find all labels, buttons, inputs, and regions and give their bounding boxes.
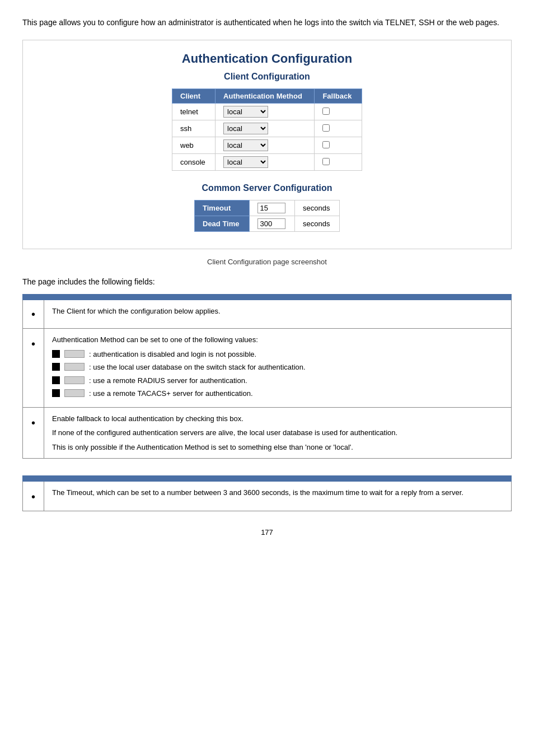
auth-method-ssh[interactable]: local <box>216 120 315 137</box>
fallback-checkbox-web[interactable] <box>322 141 330 148</box>
auth-method-main-text: Authentication Method can be set to one … <box>52 335 258 344</box>
config-main-title: Authentication Configuration <box>40 52 494 66</box>
bullet-cell: • <box>23 300 44 329</box>
list-item: : use the local user database on the swi… <box>52 362 503 373</box>
table-header-row <box>23 295 512 300</box>
fallback-console[interactable] <box>315 154 362 171</box>
fallback-telnet[interactable] <box>315 104 362 120</box>
client-section-title: Client Configuration <box>40 72 494 82</box>
col-header-auth-method: Authentication Method <box>216 89 315 104</box>
timeout-input[interactable] <box>257 203 285 213</box>
table-row: • Enable fallback to local authenticatio… <box>23 407 512 459</box>
timeout-row: Timeout seconds <box>195 200 340 216</box>
table-row: web local <box>172 137 362 154</box>
square-bullet-icon <box>52 376 60 384</box>
fallback-checkbox-ssh[interactable] <box>322 124 330 132</box>
fallback-line3: This is only possible if the Authenticat… <box>52 442 503 453</box>
timeout-label: Timeout <box>195 200 250 216</box>
col-header-client: Client <box>172 89 216 104</box>
option-color-box <box>64 376 85 384</box>
square-bullet-icon <box>52 350 60 358</box>
client-name-console: console <box>172 154 216 171</box>
deadtime-value-cell[interactable] <box>249 216 295 232</box>
client-name-web: web <box>172 137 216 154</box>
auth-method-select-telnet[interactable]: local <box>223 106 268 118</box>
square-bullet-icon <box>52 363 60 371</box>
bullet-cell: • <box>23 407 44 459</box>
option-radius-text: : use a remote RADIUS server for authent… <box>89 375 247 386</box>
table-header-row <box>23 476 512 482</box>
auth-method-console[interactable]: local <box>216 154 315 171</box>
fallback-web[interactable] <box>315 137 362 154</box>
auth-method-select-web[interactable]: local <box>223 139 268 151</box>
fallback-checkbox-console[interactable] <box>322 158 330 165</box>
fallback-line2: If none of the configured authentication… <box>52 427 503 438</box>
intro-paragraph: This page allows you to configure how an… <box>22 17 512 29</box>
header-col1 <box>23 476 44 482</box>
bullet-cell: • <box>23 329 44 408</box>
option-tacacs-text: : use a remote TACACS+ server for authen… <box>89 388 253 399</box>
server-config-section: Common Server Configuration Timeout seco… <box>40 183 494 232</box>
client-description: The Client for which the configuration b… <box>44 300 512 329</box>
deadtime-input[interactable] <box>257 218 285 229</box>
fields-intro-text: The page includes the following fields: <box>22 277 512 286</box>
list-item: : use a remote TACACS+ server for authen… <box>52 388 503 399</box>
table-row: • The Timeout, which can be set to a num… <box>23 482 512 511</box>
server-fields-description-table: • The Timeout, which can be set to a num… <box>22 475 512 511</box>
auth-method-web[interactable]: local <box>216 137 315 154</box>
timeout-value-cell[interactable] <box>249 200 295 216</box>
option-none-text: : authentication is disabled and login i… <box>89 349 256 360</box>
deadtime-unit: seconds <box>295 216 340 232</box>
table-row: ssh local <box>172 120 362 137</box>
page-number: 177 <box>22 528 512 536</box>
option-color-box <box>64 389 85 397</box>
client-name-telnet: telnet <box>172 104 216 120</box>
table-row: • The Client for which the configuration… <box>23 300 512 329</box>
table-row: console local <box>172 154 362 171</box>
list-item: : use a remote RADIUS server for authent… <box>52 375 503 386</box>
option-color-box <box>64 363 85 371</box>
fallback-checkbox-telnet[interactable] <box>322 108 330 115</box>
timeout-unit: seconds <box>295 200 340 216</box>
timeout-description: The Timeout, which can be set to a numbe… <box>44 482 512 511</box>
client-config-table: Client Authentication Method Fallback te… <box>172 88 362 171</box>
auth-method-select-ssh[interactable]: local <box>223 123 268 134</box>
auth-method-telnet[interactable]: local <box>216 104 315 120</box>
timeout-line1: The Timeout, which can be set to a numbe… <box>52 487 503 498</box>
auth-method-description: Authentication Method can be set to one … <box>44 329 512 408</box>
auth-method-select-console[interactable]: local <box>223 156 268 168</box>
header-col2 <box>44 476 512 482</box>
table-row: telnet local <box>172 104 362 120</box>
header-col2 <box>44 295 512 300</box>
deadtime-label: Dead Time <box>195 216 250 232</box>
auth-method-sub-list: : authentication is disabled and login i… <box>52 349 503 399</box>
option-local-text: : use the local user database on the swi… <box>89 362 306 373</box>
bullet-cell: • <box>23 482 44 511</box>
list-item: : authentication is disabled and login i… <box>52 349 503 360</box>
server-section-title: Common Server Configuration <box>40 183 494 193</box>
auth-config-box: Authentication Configuration Client Conf… <box>22 40 512 249</box>
col-header-fallback: Fallback <box>315 89 362 104</box>
client-fields-description-table: • The Client for which the configuration… <box>22 294 512 459</box>
fallback-description: Enable fallback to local authentication … <box>44 407 512 459</box>
deadtime-row: Dead Time seconds <box>195 216 340 232</box>
option-color-box <box>64 350 85 358</box>
fallback-line1: Enable fallback to local authentication … <box>52 413 503 424</box>
screenshot-caption: Client Configuration page screenshot <box>22 258 512 266</box>
client-name-ssh: ssh <box>172 120 216 137</box>
fallback-ssh[interactable] <box>315 120 362 137</box>
server-config-table: Timeout seconds Dead Time seconds <box>194 200 340 232</box>
table-row: • Authentication Method can be set to on… <box>23 329 512 408</box>
square-bullet-icon <box>52 389 60 397</box>
header-col1 <box>23 295 44 300</box>
